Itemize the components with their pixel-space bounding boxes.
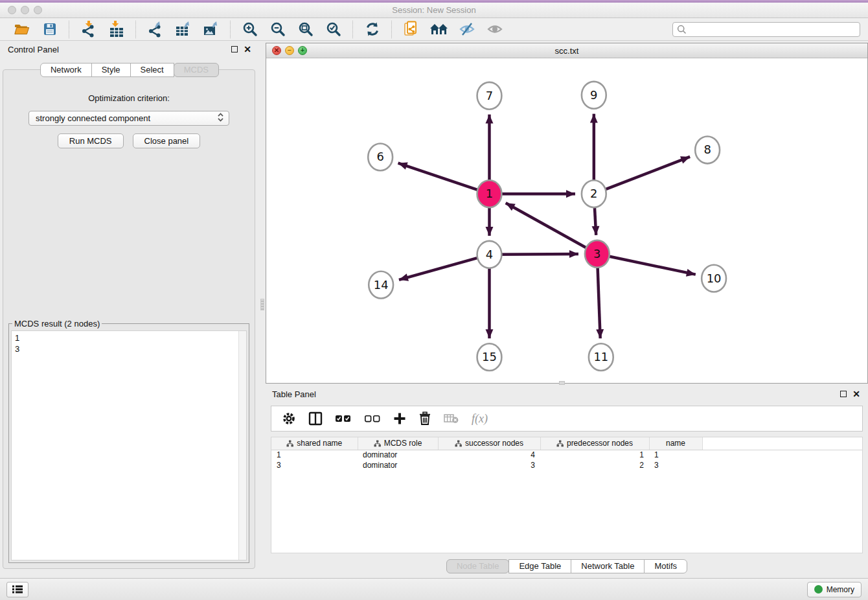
graph-edge-2-8[interactable] [594, 157, 690, 194]
graph-node-9[interactable]: 9 [582, 82, 606, 109]
column-header[interactable]: successor nodes [438, 437, 540, 450]
first-neighbors-icon[interactable] [429, 20, 448, 39]
import-network-icon[interactable] [79, 20, 98, 39]
toolbar-separator [230, 21, 231, 38]
dropdown-stepper-icon [216, 112, 225, 124]
graph-node-1[interactable]: 1 [477, 180, 502, 207]
tab-network-table[interactable]: Network Table [571, 559, 645, 573]
mcds-result-list[interactable]: 1 3 [11, 330, 247, 560]
zoom-selected-icon[interactable] [324, 20, 343, 39]
search-input[interactable] [690, 25, 856, 34]
refresh-layout-icon[interactable] [363, 20, 382, 39]
network-canvas[interactable]: 7968124314101511 [266, 59, 867, 383]
run-mcds-button[interactable]: Run MCDS [58, 133, 124, 148]
table-cell[interactable]: 4 [438, 450, 540, 460]
hide-all-columns-icon[interactable] [364, 414, 381, 423]
graph-node-4[interactable]: 4 [477, 241, 502, 268]
graph-node-15[interactable]: 15 [477, 343, 502, 371]
import-table-icon[interactable] [107, 20, 126, 39]
hide-selection-icon[interactable] [457, 20, 476, 39]
table-panel: Table Panel ✕ [266, 386, 868, 578]
tab-network[interactable]: Network [40, 63, 92, 77]
graph-edge-1-6[interactable] [398, 163, 490, 194]
window-titlebar: Session: New Session [0, 3, 868, 18]
show-all-icon[interactable] [485, 20, 504, 39]
graph-edge-4-14[interactable] [399, 255, 490, 280]
graph-node-14[interactable]: 14 [369, 271, 393, 299]
zoom-fit-icon[interactable] [296, 20, 315, 39]
column-header[interactable]: predecessor nodes [540, 437, 649, 450]
table-row[interactable]: 3dominator323 [271, 460, 862, 470]
control-panel: Control Panel ✕ Network Style Select MCD… [0, 41, 259, 578]
graph-edge-3-1[interactable] [506, 203, 597, 254]
save-session-icon[interactable] [40, 20, 59, 39]
tab-select[interactable]: Select [130, 63, 174, 77]
search-field[interactable] [672, 22, 860, 37]
graph-node-label: 11 [593, 350, 608, 363]
show-all-columns-icon[interactable] [335, 414, 352, 423]
table-cell[interactable]: 3 [649, 460, 702, 470]
delete-column-icon[interactable] [418, 411, 431, 426]
column-header[interactable]: MCDS role [358, 437, 438, 450]
frame-maximize-icon[interactable]: + [298, 46, 307, 55]
split-panel-icon[interactable] [308, 411, 323, 426]
frame-resize-grip[interactable] [559, 381, 565, 385]
column-header[interactable]: name [649, 437, 702, 450]
tab-node-table[interactable]: Node Table [446, 559, 510, 573]
tab-mcds[interactable]: MCDS [174, 63, 219, 77]
graph-node-label: 9 [590, 88, 597, 102]
splitter-grip[interactable] [260, 299, 264, 310]
result-scrollbar[interactable] [238, 331, 246, 560]
table-settings-gear-icon[interactable] [282, 411, 296, 426]
network-window-titlebar[interactable]: ✕ − + scc.txt [266, 43, 867, 58]
export-table-icon[interactable] [174, 20, 192, 39]
open-session-icon[interactable] [12, 20, 31, 39]
close-panel-button[interactable]: Close panel [133, 133, 201, 148]
frame-close-icon[interactable]: ✕ [272, 46, 281, 55]
table-cell[interactable]: 1 [271, 450, 358, 460]
tab-style[interactable]: Style [91, 63, 131, 77]
graph-node-11[interactable]: 11 [589, 343, 613, 371]
table-cell[interactable]: dominator [358, 450, 438, 460]
task-history-button[interactable] [6, 582, 29, 597]
table-row[interactable]: 1dominator411 [271, 450, 862, 460]
graph-node-10[interactable]: 10 [702, 265, 726, 292]
float-panel-icon[interactable] [231, 46, 238, 52]
network-graph[interactable]: 7968124314101511 [266, 59, 867, 383]
task-list-icon [11, 584, 24, 595]
table-cell[interactable]: 3 [271, 460, 358, 470]
tab-edge-table[interactable]: Edge Table [508, 559, 571, 573]
memory-label: Memory [827, 585, 854, 594]
tab-motifs[interactable]: Motifs [644, 559, 687, 573]
vertical-splitter[interactable] [259, 41, 266, 578]
close-panel-icon[interactable]: ✕ [852, 391, 860, 397]
graph-node-label: 8 [703, 143, 711, 156]
table-cell[interactable]: 2 [540, 460, 649, 470]
optimization-criterion-dropdown[interactable]: strongly connected component [29, 111, 229, 126]
table-cell[interactable]: 1 [649, 450, 702, 460]
zoom-out-icon[interactable] [268, 20, 287, 39]
create-column-icon[interactable] [393, 412, 406, 425]
zoom-in-icon[interactable] [240, 20, 259, 39]
table-cell[interactable]: 1 [540, 450, 649, 460]
export-image-icon[interactable] [201, 20, 220, 39]
graph-edge-4-3[interactable] [489, 254, 578, 255]
graph-node-2[interactable]: 2 [582, 180, 606, 207]
table-cell[interactable]: 3 [438, 460, 540, 470]
float-panel-icon[interactable] [840, 391, 847, 397]
new-network-from-selection-icon[interactable] [402, 20, 420, 39]
close-panel-icon[interactable]: ✕ [244, 46, 251, 52]
frame-minimize-icon[interactable]: − [285, 46, 294, 55]
network-view-window: ✕ − + scc.txt 7968124314101511 [266, 43, 868, 384]
export-network-icon[interactable] [146, 20, 165, 39]
sort-tree-icon [556, 440, 564, 447]
graph-node-7[interactable]: 7 [477, 82, 502, 110]
memory-button[interactable]: Memory [807, 582, 862, 597]
graph-edge-3-10[interactable] [597, 254, 696, 275]
graph-node-8[interactable]: 8 [695, 137, 720, 164]
graph-node-6[interactable]: 6 [368, 143, 393, 170]
column-header[interactable]: shared name [271, 437, 358, 450]
table-cell-filler [702, 450, 862, 460]
table-cell[interactable]: dominator [358, 460, 438, 470]
graph-node-3[interactable]: 3 [585, 240, 610, 268]
